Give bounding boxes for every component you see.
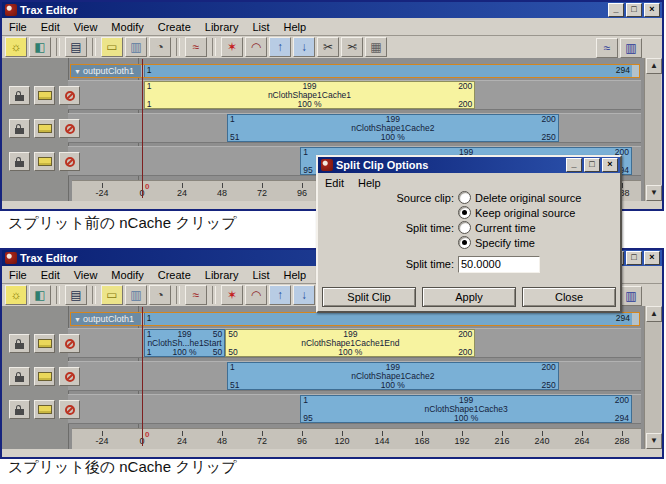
menu-create[interactable]: Create xyxy=(151,269,198,281)
highlight-range-button[interactable]: ☼ xyxy=(5,37,27,57)
move-clip-up-button[interactable]: ↑ xyxy=(269,37,291,57)
radio-selected[interactable] xyxy=(458,236,471,249)
trax-clip[interactable]: 1199200nClothShape1Cache251100 %250 xyxy=(227,362,559,390)
character-set-button[interactable]: ✶ xyxy=(221,285,243,305)
lock-button[interactable] xyxy=(9,86,30,105)
menu-library[interactable]: Library xyxy=(198,21,246,33)
vertical-scrollbar[interactable]: ▲▼ xyxy=(644,306,661,449)
scroll-down-button[interactable]: ▼ xyxy=(646,433,662,449)
list-view-button[interactable]: ▤ xyxy=(65,285,87,305)
radio-unselected[interactable] xyxy=(458,221,471,234)
dope-sheet-button[interactable]: ◔ xyxy=(149,37,171,57)
character-set-button[interactable]: ✶ xyxy=(221,37,243,57)
menu-library[interactable]: Library xyxy=(198,269,246,281)
lock-button[interactable] xyxy=(9,119,30,138)
clip-top-row: 1199200 xyxy=(228,115,558,124)
solo-button[interactable] xyxy=(34,400,55,419)
menu-file[interactable]: File xyxy=(2,269,34,281)
time-warp-button[interactable]: ◠ xyxy=(245,37,267,57)
maximize-button[interactable]: □ xyxy=(626,3,642,17)
summary-track-header[interactable]: ▼outputCloth1 xyxy=(71,313,141,325)
close-button[interactable]: × xyxy=(602,158,618,172)
summary-range-bar[interactable]: 1294 xyxy=(144,313,632,325)
move-clip-up-button[interactable]: ↑ xyxy=(269,285,291,305)
vertical-scrollbar[interactable]: ▲▼ xyxy=(644,58,661,201)
menu-view[interactable]: View xyxy=(67,269,105,281)
maximize-button[interactable]: □ xyxy=(584,158,600,172)
summary-range-bar[interactable]: 1294 xyxy=(144,65,632,77)
dialog-menu-edit[interactable]: Edit xyxy=(318,177,351,189)
layout-panes-button[interactable]: ◧ xyxy=(29,285,51,305)
set-range-button[interactable]: ▦ xyxy=(365,37,387,57)
graph-editor-button[interactable]: ≈ xyxy=(185,285,207,305)
mute-button[interactable] xyxy=(59,367,80,386)
close-button[interactable]: × xyxy=(644,251,660,265)
create-clip-button[interactable]: ▭ xyxy=(101,37,123,57)
move-clip-down-button[interactable]: ↓ xyxy=(293,37,315,57)
create-clip-button[interactable]: ▭ xyxy=(101,285,123,305)
split-clip-button[interactable]: Split Clip xyxy=(322,287,416,307)
lock-button[interactable] xyxy=(9,152,30,171)
menu-list[interactable]: List xyxy=(245,269,276,281)
close-button[interactable]: × xyxy=(644,3,660,17)
trax-view-button[interactable]: ▥ xyxy=(620,286,642,306)
menu-help[interactable]: Help xyxy=(277,269,314,281)
minimize-button[interactable]: _ xyxy=(608,3,624,17)
solo-button[interactable] xyxy=(34,86,55,105)
radio-unselected[interactable] xyxy=(458,191,471,204)
minimize-button[interactable]: _ xyxy=(566,158,582,172)
menu-modify[interactable]: Modify xyxy=(104,269,150,281)
scroll-up-button[interactable]: ▲ xyxy=(646,306,662,322)
menu-file[interactable]: File xyxy=(2,21,34,33)
trim-clip-button[interactable]: ✂ xyxy=(317,37,339,57)
apply-button[interactable]: Apply xyxy=(422,287,516,307)
collapse-triangle-icon[interactable]: ▼ xyxy=(74,316,81,323)
mute-button[interactable] xyxy=(59,152,80,171)
menu-modify[interactable]: Modify xyxy=(104,21,150,33)
graph-editor-button[interactable]: ≈ xyxy=(185,37,207,57)
solo-button[interactable] xyxy=(34,119,55,138)
layout-panes-button[interactable]: ◧ xyxy=(29,37,51,57)
highlight-range-button[interactable]: ☼ xyxy=(5,285,27,305)
solo-button[interactable] xyxy=(34,334,55,353)
scroll-up-button[interactable]: ▲ xyxy=(646,58,662,74)
summary-track-header[interactable]: ▼outputCloth1 xyxy=(71,65,141,77)
menu-list[interactable]: List xyxy=(245,21,276,33)
solo-button[interactable] xyxy=(34,152,55,171)
lock-button[interactable] xyxy=(9,400,30,419)
blend-clips-button[interactable]: ▥ xyxy=(125,37,147,57)
track-buttons xyxy=(9,86,80,105)
mute-button[interactable] xyxy=(59,86,80,105)
trax-clip[interactable]: 1199200nClothShape1Cache11100 %200 xyxy=(144,81,476,109)
blend-clips-button[interactable]: ▥ xyxy=(125,285,147,305)
lock-button[interactable] xyxy=(9,367,30,386)
trax-clip[interactable]: 119950nClothSh...he1Start1100 %50 xyxy=(144,329,226,357)
menu-view[interactable]: View xyxy=(67,21,105,33)
move-clip-down-button[interactable]: ↓ xyxy=(293,285,315,305)
split-clip-tool-button[interactable]: ✂ xyxy=(341,37,363,57)
solo-button[interactable] xyxy=(34,367,55,386)
mute-button[interactable] xyxy=(59,119,80,138)
collapse-triangle-icon[interactable]: ▼ xyxy=(74,68,81,75)
menu-edit[interactable]: Edit xyxy=(34,269,67,281)
mute-button[interactable] xyxy=(59,334,80,353)
list-view-button[interactable]: ▤ xyxy=(65,37,87,57)
close-button[interactable]: Close xyxy=(522,287,616,307)
graph-anim-curves-button[interactable]: ≈ xyxy=(596,38,618,58)
split-time-input[interactable] xyxy=(458,256,540,273)
lock-button[interactable] xyxy=(9,334,30,353)
radio-selected[interactable] xyxy=(458,206,471,219)
menu-help[interactable]: Help xyxy=(277,21,314,33)
time-warp-button[interactable]: ◠ xyxy=(245,285,267,305)
dialog-menu-help[interactable]: Help xyxy=(351,177,388,189)
dope-sheet-button[interactable]: ◔ xyxy=(149,285,171,305)
menu-create[interactable]: Create xyxy=(151,21,198,33)
maximize-button[interactable]: □ xyxy=(626,251,642,265)
trax-clip[interactable]: 50199200nClothShape1Cache1End50100 %200 xyxy=(225,329,475,357)
trax-clip[interactable]: 1199200nClothShape1Cache395100 %294 xyxy=(300,395,632,423)
trax-clip[interactable]: 1199200nClothShape1Cache251100 %250 xyxy=(227,114,559,142)
menu-edit[interactable]: Edit xyxy=(34,21,67,33)
trax-view-button[interactable]: ▥ xyxy=(620,38,642,58)
scroll-down-button[interactable]: ▼ xyxy=(646,185,662,201)
mute-button[interactable] xyxy=(59,400,80,419)
